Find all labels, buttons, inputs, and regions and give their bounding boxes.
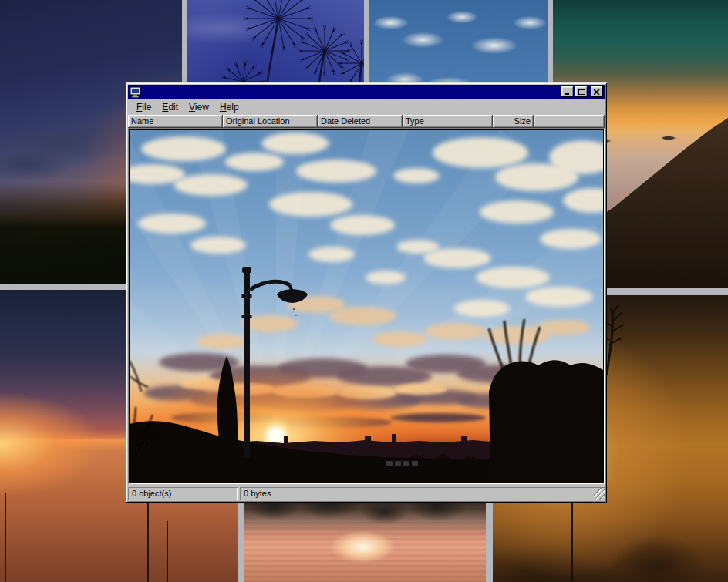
water-pole: [5, 493, 6, 582]
close-icon: [594, 89, 600, 95]
column-header-filler: [534, 115, 605, 128]
resize-grip[interactable]: [594, 488, 605, 500]
menu-help[interactable]: Help: [214, 101, 244, 114]
status-byte-count: 0 bytes: [240, 487, 605, 500]
window-titlebar[interactable]: [128, 85, 605, 99]
column-header-size[interactable]: Size: [493, 115, 534, 128]
column-header-type[interactable]: Type: [403, 115, 493, 128]
recycle-bin-window: File Edit View Help Name Original Locati…: [126, 82, 607, 503]
column-header-original-location[interactable]: Original Location: [223, 115, 318, 128]
minimize-icon: [565, 89, 571, 95]
column-header-name[interactable]: Name: [128, 115, 223, 128]
water-pole: [147, 500, 149, 582]
maximize-icon: [578, 89, 585, 95]
maximize-button[interactable]: [575, 86, 588, 97]
column-header-date-deleted[interactable]: Date Deleted: [318, 115, 403, 128]
menu-view[interactable]: View: [184, 101, 214, 114]
sunset-lamp-photo: [130, 130, 603, 483]
menu-edit[interactable]: Edit: [157, 101, 184, 114]
close-button[interactable]: [591, 86, 603, 97]
water-pole: [167, 521, 168, 582]
menu-bar: File Edit View Help: [128, 99, 605, 115]
desktop-wallpaper: File Edit View Help Name Original Locati…: [0, 0, 728, 582]
minimize-button[interactable]: [561, 86, 574, 97]
status-bar: 0 object(s) 0 bytes: [128, 484, 605, 500]
status-object-count: 0 object(s): [128, 487, 238, 500]
menu-file[interactable]: File: [131, 101, 157, 114]
column-headers: Name Original Location Date Deleted Type…: [128, 115, 605, 128]
list-viewport-sunset-photo[interactable]: [128, 128, 605, 484]
computer-icon: [130, 86, 142, 98]
